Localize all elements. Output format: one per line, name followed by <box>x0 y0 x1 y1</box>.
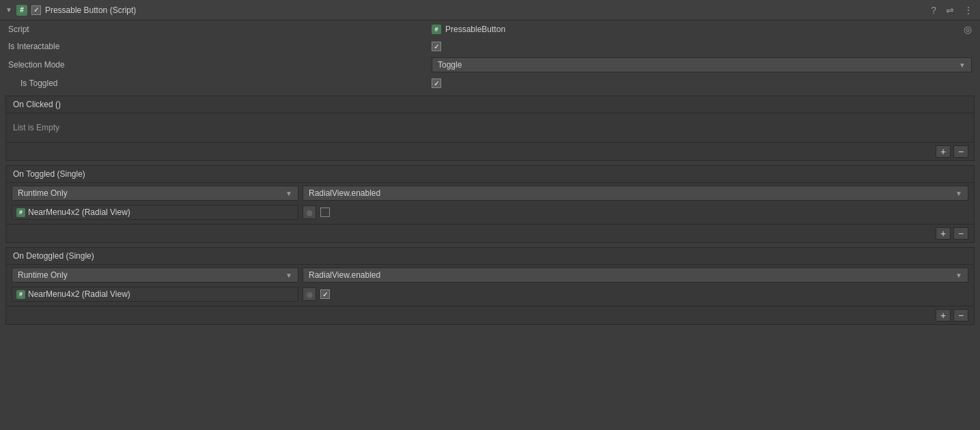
on-toggled-object-name: NearMenu4x2 (Radial View) <box>28 207 130 217</box>
script-type-icon: # <box>16 5 27 16</box>
on-toggled-method-label: RadialView.enabled <box>309 188 380 198</box>
preset-button[interactable]: ⇌ <box>944 5 955 16</box>
on-clicked-empty: List is Empty <box>6 113 974 142</box>
on-detoggled-header: On Detoggled (Single) <box>6 248 974 265</box>
is-toggled-value: ✓ <box>432 78 972 88</box>
on-toggled-target-button[interactable]: ◎ <box>303 205 316 219</box>
on-clicked-footer: + − <box>6 142 974 160</box>
on-detoggled-method-label: RadialView.enabled <box>309 270 380 280</box>
is-toggled-checkbox[interactable]: ✓ <box>432 78 441 88</box>
on-toggled-runtime-label: Runtime Only <box>18 188 68 198</box>
on-detoggled-value-checkbox[interactable]: ✓ <box>320 289 330 299</box>
help-button[interactable]: ? <box>929 5 938 16</box>
is-interactable-row: Is Interactable ✓ <box>0 38 980 55</box>
header-left: ▼ # ✓ Pressable Button (Script) <box>5 5 929 16</box>
script-name-text: PressableButton <box>445 25 505 34</box>
panel-header: ▼ # ✓ Pressable Button (Script) ? ⇌ ⋮ <box>0 0 980 20</box>
selection-mode-dropdown[interactable]: Toggle ▼ <box>432 57 972 72</box>
checkmark-icon: ✓ <box>434 43 439 51</box>
on-toggled-object-row: # NearMenu4x2 (Radial View) ◎ <box>6 203 974 224</box>
on-clicked-header: On Clicked () <box>6 96 974 113</box>
header-right: ? ⇌ ⋮ <box>929 5 975 16</box>
selection-mode-label: Selection Mode <box>8 60 432 70</box>
on-toggled-runtime-dropdown[interactable]: Runtime Only ▼ <box>12 186 298 201</box>
script-value: # PressableButton ◎ <box>432 24 972 35</box>
is-interactable-checkbox[interactable]: ✓ <box>432 42 441 51</box>
context-menu-button[interactable]: ⋮ <box>962 5 975 16</box>
panel-title: Pressable Button (Script) <box>45 5 136 15</box>
is-toggled-label: Is Toggled <box>8 78 432 88</box>
on-toggled-section: On Toggled (Single) Runtime Only ▼ Radia… <box>5 165 975 243</box>
on-clicked-add-button[interactable]: + <box>936 145 951 158</box>
on-toggled-object-field: # NearMenu4x2 (Radial View) <box>12 205 298 220</box>
on-toggled-footer: + − <box>6 224 974 242</box>
dropdown-arrow-icon: ▼ <box>959 61 966 69</box>
checkmark-icon: ✓ <box>322 291 328 298</box>
on-toggled-header: On Toggled (Single) <box>6 166 974 183</box>
object-type-icon: # <box>16 290 25 299</box>
is-interactable-value: ✓ <box>432 42 972 51</box>
on-detoggled-target-button[interactable]: ◎ <box>303 287 316 301</box>
script-field-row: Script # PressableButton ◎ <box>0 20 980 38</box>
selection-mode-row: Selection Mode Toggle ▼ <box>0 55 980 75</box>
script-label: Script <box>8 25 432 34</box>
on-detoggled-footer: + − <box>6 306 974 324</box>
on-detoggled-add-button[interactable]: + <box>936 309 951 321</box>
on-detoggled-method-dropdown[interactable]: RadialView.enabled ▼ <box>303 268 968 283</box>
script-icon: # <box>432 25 441 34</box>
object-type-icon: # <box>16 208 25 217</box>
script-target-icon[interactable]: ◎ <box>964 24 972 35</box>
component-panel: ▼ # ✓ Pressable Button (Script) ? ⇌ ⋮ Sc… <box>0 0 980 325</box>
on-toggled-remove-button[interactable]: − <box>953 227 968 240</box>
on-toggled-method-dropdown[interactable]: RadialView.enabled ▼ <box>303 186 968 201</box>
on-detoggled-event-row: Runtime Only ▼ RadialView.enabled ▼ <box>6 265 974 285</box>
dropdown-arrow-icon: ▼ <box>285 190 292 197</box>
dropdown-arrow-icon: ▼ <box>285 272 292 279</box>
selection-mode-value: Toggle ▼ <box>432 57 972 72</box>
selection-mode-selected: Toggle <box>438 60 462 70</box>
on-detoggled-object-field: # NearMenu4x2 (Radial View) <box>12 287 298 302</box>
on-clicked-remove-button[interactable]: − <box>953 145 968 158</box>
on-toggled-event-row: Runtime Only ▼ RadialView.enabled ▼ <box>6 183 974 203</box>
collapse-arrow-icon[interactable]: ▼ <box>5 6 12 14</box>
on-detoggled-runtime-dropdown[interactable]: Runtime Only ▼ <box>12 268 298 283</box>
on-detoggled-object-row: # NearMenu4x2 (Radial View) ◎ ✓ <box>6 285 974 306</box>
dropdown-arrow-icon: ▼ <box>955 272 962 279</box>
on-toggled-value-checkbox[interactable] <box>320 207 330 217</box>
dropdown-arrow-icon: ▼ <box>955 190 962 197</box>
on-detoggled-section: On Detoggled (Single) Runtime Only ▼ Rad… <box>5 247 975 325</box>
on-detoggled-remove-button[interactable]: − <box>953 309 968 321</box>
component-enabled-checkbox[interactable]: ✓ <box>31 5 41 15</box>
checkmark-icon: ✓ <box>33 6 39 14</box>
is-toggled-row: Is Toggled ✓ <box>0 75 980 91</box>
on-detoggled-runtime-label: Runtime Only <box>18 270 68 280</box>
checkmark-icon: ✓ <box>434 80 439 87</box>
is-interactable-label: Is Interactable <box>8 42 432 51</box>
on-clicked-section: On Clicked () List is Empty + − <box>5 96 975 161</box>
on-toggled-add-button[interactable]: + <box>936 227 951 240</box>
on-detoggled-object-name: NearMenu4x2 (Radial View) <box>28 289 130 299</box>
